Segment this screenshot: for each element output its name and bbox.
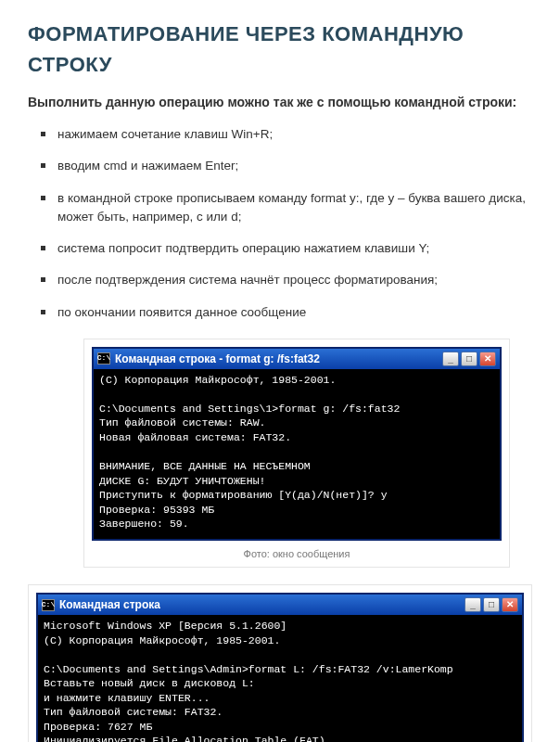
console-output: Microsoft Windows XP [Версия 5.1.2600] (… [38, 615, 522, 742]
intro-text: Выполнить данную операцию можно так же с… [28, 93, 532, 112]
close-button[interactable]: ✕ [479, 352, 496, 366]
console-window: C:\ Командная строка - format g: /fs:fat… [92, 347, 502, 541]
article-heading: ФОРМАТИРОВАНИЕ ЧЕРЕЗ КОМАНДНУЮ СТРОКУ [28, 19, 532, 80]
title-bar: C:\ Командная строка - format g: /fs:fat… [94, 349, 500, 369]
figure-caption: Фото: окно сообщения [92, 541, 502, 562]
console-window: C:\ Командная строка _ □ ✕ Microsoft Win… [36, 593, 524, 742]
steps-list: нажимаем сочетание клавиш Win+R; вводим … [28, 125, 532, 322]
list-item: вводим cmd и нажимаем Enter; [45, 157, 532, 175]
title-bar: C:\ Командная строка _ □ ✕ [38, 595, 522, 615]
minimize-button[interactable]: _ [442, 352, 459, 366]
list-item: по окончании появится данное сообщение [45, 303, 532, 322]
window-title: Командная строка - format g: /fs:fat32 [115, 352, 438, 366]
console-output: (С) Корпорация Майкрософт, 1985-2001. C:… [94, 369, 500, 539]
list-item: в командной строке прописываем команду f… [45, 189, 532, 227]
maximize-button[interactable]: □ [483, 597, 500, 612]
maximize-button[interactable]: □ [461, 352, 477, 366]
list-item: система попросит подтвердить операцию на… [45, 239, 532, 258]
window-title: Командная строка [59, 597, 460, 612]
figure-console-1: C:\ Командная строка - format g: /fs:fat… [83, 339, 510, 568]
cmd-icon: C:\ [42, 599, 55, 611]
cmd-icon: C:\ [97, 352, 110, 365]
window-buttons: _ □ ✕ [442, 352, 496, 366]
close-button[interactable]: ✕ [502, 597, 518, 612]
minimize-button[interactable]: _ [465, 597, 481, 612]
list-item: нажимаем сочетание клавиш Win+R; [45, 125, 532, 144]
window-buttons: _ □ ✕ [465, 597, 518, 612]
list-item: после подтверждения система начнёт проце… [45, 271, 532, 289]
figure-console-2: C:\ Командная строка _ □ ✕ Microsoft Win… [28, 584, 532, 742]
